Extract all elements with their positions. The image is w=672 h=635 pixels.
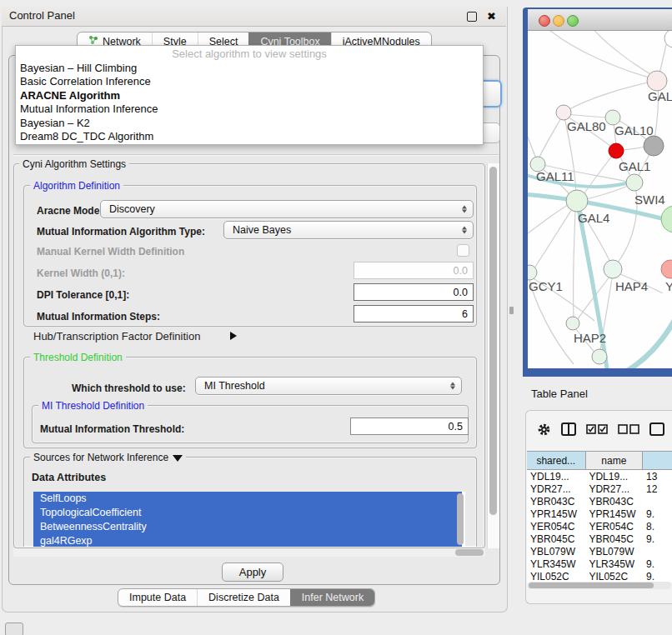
sources-title[interactable]: Sources for Network Inference <box>30 452 186 463</box>
combo-arrows-icon <box>462 206 467 213</box>
table-row[interactable]: YDR27...YDR27...12 <box>527 482 672 495</box>
attribute-item-selected[interactable]: BetweennessCentrality <box>33 520 462 534</box>
dpi-tolerance-field[interactable]: 0.0 <box>354 283 474 301</box>
network-node[interactable] <box>604 260 622 278</box>
checked-boxes-icon[interactable] <box>586 424 608 434</box>
expand-arrow-icon[interactable] <box>230 332 237 340</box>
bottom-tab-infer-network[interactable]: Infer Network <box>290 589 374 606</box>
tab-label: Discretize Data <box>208 592 279 603</box>
network-node[interactable] <box>566 317 579 330</box>
tab-label: Infer Network <box>302 592 364 603</box>
network-node[interactable] <box>626 174 643 191</box>
aracne-mode-value: Discovery <box>109 203 155 215</box>
column-header[interactable]: name <box>586 452 644 469</box>
minimized-panel-icon[interactable] <box>5 622 23 635</box>
divider <box>13 154 499 155</box>
table-cell: 8. <box>643 521 672 532</box>
scrollbar-thumb[interactable] <box>529 582 654 588</box>
bottom-tab-discretize-data[interactable]: Discretize Data <box>197 589 290 606</box>
mi-steps-field[interactable]: 6 <box>354 305 474 322</box>
settings-vertical-scrollbar[interactable] <box>487 163 499 548</box>
cyni-algorithm-settings-title: Cyni Algorithm Settings <box>19 158 129 170</box>
table-horizontal-scrollbar[interactable] <box>528 582 671 589</box>
scrollbar-thumb[interactable] <box>455 549 484 556</box>
network-window-titlebar[interactable] <box>528 9 672 31</box>
close-traffic-light[interactable] <box>539 15 550 27</box>
network-node[interactable] <box>609 143 624 158</box>
table-row[interactable]: YER054CYER054C8. <box>527 520 672 532</box>
minimize-traffic-light[interactable] <box>553 15 564 27</box>
float-window-icon[interactable] <box>467 12 477 22</box>
node-label: GCY1 <box>529 279 563 293</box>
close-icon[interactable]: ✖ <box>487 11 496 22</box>
table-cell: YDR27... <box>527 483 585 495</box>
panel-splitter-grip[interactable] <box>509 307 514 314</box>
network-node[interactable] <box>592 349 607 364</box>
collapse-arrow-icon <box>173 455 183 462</box>
algorithm-option[interactable]: ARACNE Algorithm <box>16 89 483 102</box>
bottom-tab-impute-data[interactable]: Impute Data <box>118 589 197 606</box>
mi-algorithm-type-combo[interactable]: Naive Bayes <box>223 221 474 239</box>
node-label: GAL1 <box>619 159 650 173</box>
attribute-item-selected[interactable]: SelfLoops <box>33 492 462 506</box>
network-node[interactable] <box>661 260 672 278</box>
table-panel-toolbar <box>526 418 672 441</box>
algorithm-option[interactable]: Basic Correlation Inference <box>16 75 483 88</box>
table-cell: YDL19... <box>585 471 643 482</box>
node-label: GAL80 <box>567 119 606 133</box>
network-node[interactable] <box>566 190 588 212</box>
scrollbar-thumb[interactable] <box>489 167 497 515</box>
table-cell: 9. <box>643 533 672 545</box>
split-columns-icon[interactable] <box>561 422 576 436</box>
algorithm-option[interactable]: Bayesian – Hill Climbing <box>16 62 483 75</box>
table-cell: 9. <box>643 558 672 570</box>
dpi-tolerance-label: DPI Tolerance [0,1]: <box>37 289 129 301</box>
zoom-traffic-light[interactable] <box>567 15 579 27</box>
settings-horizontal-scrollbar[interactable] <box>13 548 485 557</box>
column-header[interactable]: shared... <box>527 452 586 469</box>
mi-threshold-definition-title: MI Threshold Definition <box>38 400 148 412</box>
table-row[interactable]: YIL052CYIL052C9. <box>527 570 672 582</box>
network-canvas[interactable]: GALGAL80GAL10GAL1GAL11SWI4GAL4GCY1HAP4YH… <box>528 31 672 368</box>
table-cell: YIL052C <box>585 571 643 582</box>
network-node[interactable] <box>644 136 664 156</box>
table-cell: YBR043C <box>527 496 585 508</box>
algorithm-option[interactable]: Bayesian – K2 <box>16 117 483 130</box>
table-row[interactable]: YPR145WYPR145W9. <box>527 508 672 520</box>
table-cell: YIL052C <box>527 571 585 582</box>
combo-arrows-icon <box>462 227 467 234</box>
attribute-list-scrollbar[interactable] <box>457 493 464 545</box>
apply-button[interactable]: Apply <box>222 562 283 582</box>
unchecked-boxes-icon[interactable] <box>618 424 639 434</box>
column-header[interactable] <box>643 452 672 469</box>
node-label: GAL <box>648 89 672 103</box>
table-row[interactable]: YBL079WYBL079W <box>527 545 672 558</box>
network-node[interactable] <box>647 71 667 91</box>
table-row[interactable]: YBR043CYBR043C <box>527 495 672 508</box>
dpi-tolerance-value: 0.0 <box>454 287 468 298</box>
algorithm-option[interactable]: Mutual Information Inference <box>16 102 483 116</box>
table-cell: YBR045C <box>585 533 643 545</box>
network-node[interactable] <box>556 105 571 120</box>
table-cell: YER054C <box>585 521 643 532</box>
table-row[interactable]: YBR045CYBR045C9. <box>527 532 672 545</box>
mi-threshold-field[interactable]: 0.5 <box>350 418 469 435</box>
table-row[interactable]: YLR345WYLR345W9. <box>527 558 672 570</box>
network-node[interactable] <box>528 265 537 280</box>
network-graph[interactable]: GALGAL80GAL10GAL1GAL11SWI4GAL4GCY1HAP4YH… <box>528 31 672 368</box>
table-row[interactable]: YDL19...YDL19...13 <box>527 470 672 482</box>
table-cell: 9. <box>643 571 672 582</box>
which-threshold-combo[interactable]: MI Threshold <box>195 377 462 395</box>
manual-kernel-width-label: Manual Kernel Width Definition <box>37 246 184 258</box>
mi-steps-label: Mutual Information Steps: <box>37 311 160 322</box>
algorithm-dropdown-placeholder: Select algorithm to view settings <box>16 46 483 62</box>
aracne-mode-combo[interactable]: Discovery <box>100 200 474 218</box>
new-column-icon[interactable] <box>649 422 664 436</box>
table-panel-title: Table Panel <box>531 388 588 400</box>
network-node[interactable] <box>661 206 672 232</box>
attribute-item-selected[interactable]: gal4RGexp <box>33 534 462 547</box>
gear-icon[interactable] <box>537 422 551 437</box>
attribute-item-selected[interactable]: TopologicalCoefficient <box>33 506 462 520</box>
table-cell: YBR045C <box>527 533 585 545</box>
algorithm-option[interactable]: Dream8 DC_TDC Algorithm <box>16 130 483 143</box>
